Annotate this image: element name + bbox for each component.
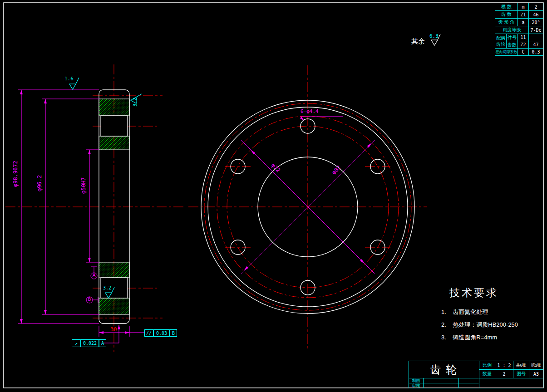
param-label: 模 数 bbox=[495, 3, 518, 11]
tech-item-no: 2. bbox=[441, 321, 446, 328]
param-label: 齿 形 角 bbox=[495, 18, 518, 26]
datum-b-label: B bbox=[86, 297, 93, 302]
checked-label: 审核 bbox=[409, 383, 424, 388]
checked-date-cell bbox=[458, 383, 479, 388]
param-value: 46 bbox=[528, 10, 543, 19]
tech-item: 2. 热处理：调质HB200-250 bbox=[441, 322, 518, 328]
scale-label: 比例 bbox=[479, 361, 495, 370]
tech-item-text: 齿面氮化处理 bbox=[453, 309, 488, 315]
param-label: 齿数 bbox=[506, 41, 518, 49]
tech-item-no: 3. bbox=[441, 334, 446, 341]
sheet-number: 第2张 bbox=[529, 361, 543, 370]
param-value: 2 bbox=[528, 3, 543, 11]
tech-item-no: 1. bbox=[441, 309, 446, 315]
param-value: 0.3 bbox=[528, 48, 543, 56]
roughness-value-right-face: 3.2 bbox=[133, 98, 138, 107]
cad-sheet: φ98.9672 φ96.2 φ50H7 30 6-φ4.4 φ72 φ82 1… bbox=[0, 0, 547, 392]
runout-datum: A bbox=[99, 339, 106, 347]
tech-item-text: 热处理：调质HB200-250 bbox=[453, 321, 518, 328]
param-value: 20° bbox=[528, 18, 543, 26]
param-mate-label-bottom: 齿轮 bbox=[496, 41, 505, 48]
drawing-number-value: A3 bbox=[529, 369, 543, 378]
param-label: 精度等级 bbox=[495, 26, 529, 34]
param-symbol: Z2 bbox=[517, 41, 529, 49]
rest-roughness-value: 6.3 bbox=[429, 34, 439, 39]
roughness-value-hub: 3.2 bbox=[103, 286, 111, 290]
param-mate-label: 配偶 齿轮 bbox=[495, 34, 507, 49]
runout-value: 0.022 bbox=[81, 339, 99, 347]
roughness-value-top: 1.6 bbox=[64, 76, 74, 81]
dim-bore-diameter: φ50H7 bbox=[81, 177, 86, 194]
param-symbol: a bbox=[517, 18, 529, 26]
param-symbol: C bbox=[517, 48, 529, 56]
tech-item-text: 铸造圆角R=4mm bbox=[453, 334, 497, 341]
param-label: 件号 bbox=[506, 34, 518, 41]
param-label: 齿 数 bbox=[495, 10, 518, 19]
dim-tip-diameter: φ96.2 bbox=[37, 175, 42, 191]
dimension-arrows bbox=[20, 90, 372, 334]
parallelism-value: 0.03 bbox=[153, 329, 170, 337]
quantity-label: 数量 bbox=[479, 369, 495, 378]
datum-a-label: A bbox=[91, 273, 97, 278]
param-mate-label-top: 配偶 bbox=[496, 35, 505, 41]
bolt-hole-section-top bbox=[101, 116, 128, 136]
drawing-canvas bbox=[0, 0, 547, 392]
runout-tolerance-frame: ↗ 0.022 A bbox=[72, 339, 106, 347]
parallelism-tolerance-frame: // 0.03 B bbox=[144, 329, 177, 337]
centerlines bbox=[5, 64, 427, 352]
title-block-empty-cell bbox=[479, 378, 543, 388]
tech-item: 1. 齿面氮化处理 bbox=[441, 309, 488, 315]
parallelism-symbol: // bbox=[144, 329, 153, 337]
rest-roughness-label: 其余 bbox=[411, 38, 425, 44]
drawing-number-label: 图号 bbox=[513, 369, 529, 378]
dim-holes-note: 6-φ4.4 bbox=[301, 109, 319, 114]
param-value: 47 bbox=[528, 41, 543, 49]
param-value: 11 bbox=[517, 34, 529, 41]
checked-name-cell bbox=[423, 383, 459, 388]
param-symbol: Z1 bbox=[517, 10, 529, 19]
part-name: 齿 轮 bbox=[409, 361, 479, 378]
dim-width: 30 bbox=[110, 327, 117, 332]
param-label: 径向间隙系数 bbox=[495, 48, 518, 56]
parallelism-datum: B bbox=[170, 329, 177, 337]
param-value bbox=[528, 34, 543, 41]
param-value: 7-Dc bbox=[528, 26, 543, 34]
param-symbol: m bbox=[517, 3, 529, 11]
dimension-lines bbox=[18, 90, 375, 343]
quantity-value: 2 bbox=[495, 369, 513, 378]
tech-requirements-title: 技术要求 bbox=[449, 288, 498, 298]
sheets-total: 共6张 bbox=[513, 361, 529, 370]
runout-symbol: ↗ bbox=[72, 339, 81, 347]
sheet-border bbox=[4, 3, 543, 388]
dim-outer-diameter: φ98.9672 bbox=[13, 161, 18, 187]
scale-value: 1 : 2 bbox=[495, 361, 513, 370]
tech-item: 3. 铸造圆角R=4mm bbox=[441, 334, 497, 340]
